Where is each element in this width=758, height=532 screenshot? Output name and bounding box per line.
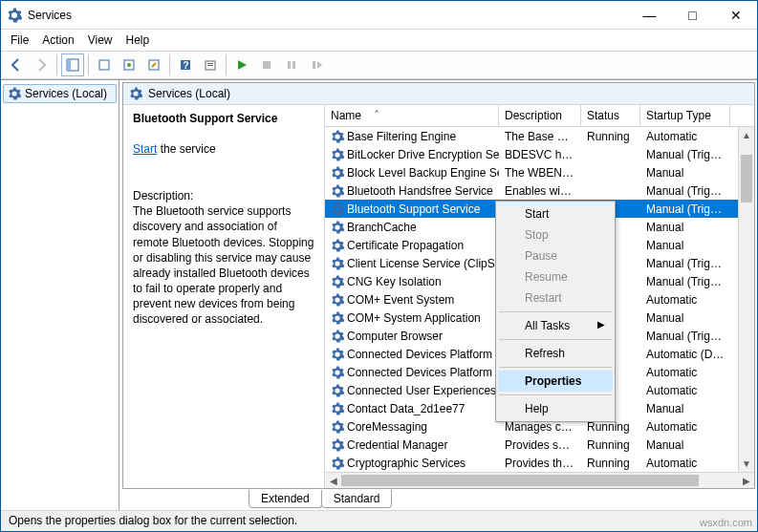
service-icon xyxy=(331,420,344,434)
ctx-all-tasks[interactable]: All Tasks▶ xyxy=(498,315,613,336)
refresh-button[interactable] xyxy=(118,53,141,76)
scroll-right-icon[interactable]: ▶ xyxy=(738,476,754,486)
service-icon xyxy=(331,366,344,379)
service-startup: Manual xyxy=(640,402,730,415)
column-name[interactable]: Name ˄ xyxy=(325,105,499,126)
start-link[interactable]: Start xyxy=(133,142,157,156)
list-item[interactable]: BitLocker Drive Encryption Se…BDESVC hos… xyxy=(325,145,754,163)
service-icon xyxy=(331,311,344,325)
svg-rect-14 xyxy=(313,61,315,69)
service-icon xyxy=(331,239,344,252)
service-startup: Manual xyxy=(640,239,730,252)
column-description[interactable]: Description xyxy=(499,105,581,126)
service-icon xyxy=(331,130,344,143)
service-desc: The WBENG… xyxy=(499,166,581,180)
service-startup: Manual xyxy=(640,438,730,452)
service-icon xyxy=(331,166,344,180)
service-icon xyxy=(331,330,344,343)
list-header: Name ˄ Description Status Startup Type xyxy=(325,105,754,127)
service-name: Connected Devices Platform xyxy=(347,348,492,361)
help-button[interactable]: ? xyxy=(174,53,197,76)
service-desc: BDESVC hos… xyxy=(499,148,581,161)
tab-extended[interactable]: Extended xyxy=(249,490,322,508)
service-startup: Manual (Trig… xyxy=(640,148,730,161)
selected-service-title: Bluetooth Support Service xyxy=(133,112,277,125)
stop-service-button[interactable] xyxy=(255,53,278,76)
svg-point-4 xyxy=(127,63,131,67)
service-startup: Manual (Trig… xyxy=(640,257,730,270)
titlebar: Services — □ ✕ xyxy=(1,1,757,30)
service-name: COM+ System Application xyxy=(347,311,481,325)
scrollbar-thumb[interactable] xyxy=(741,155,752,202)
scroll-down-icon[interactable]: ▼ xyxy=(739,456,754,472)
nav-services-local[interactable]: Services (Local) xyxy=(3,84,117,103)
service-name: BitLocker Drive Encryption Se… xyxy=(347,148,499,161)
service-startup: Automatic (D… xyxy=(640,348,730,361)
list-item[interactable]: Cryptographic ServicesProvides thr…Runni… xyxy=(325,454,754,472)
service-startup: Manual (Trig… xyxy=(640,275,730,288)
service-icon xyxy=(331,438,344,452)
list-item[interactable]: Bluetooth Handsfree ServiceEnables wir…M… xyxy=(325,181,754,200)
list-item[interactable]: Base Filtering EngineThe Base Fil…Runnin… xyxy=(325,127,754,145)
close-button[interactable]: ✕ xyxy=(714,1,757,29)
service-name: COM+ Event System xyxy=(347,293,454,307)
service-name: CoreMessaging xyxy=(347,420,427,434)
service-name: Cryptographic Services xyxy=(347,457,466,470)
restart-service-button[interactable] xyxy=(305,53,328,76)
service-name: Client License Service (ClipSV xyxy=(347,257,499,270)
watermark: wsxdn.com xyxy=(700,517,752,528)
tab-standard[interactable]: Standard xyxy=(321,490,393,508)
service-startup: Manual (Trig… xyxy=(640,184,730,198)
show-hide-tree-button[interactable] xyxy=(61,53,84,76)
service-startup: Automatic xyxy=(640,420,730,434)
service-icon xyxy=(331,202,344,216)
service-name: Credential Manager xyxy=(347,438,447,452)
ctx-help[interactable]: Help xyxy=(498,398,613,419)
service-name: Contact Data_2d1ee77 xyxy=(347,402,465,415)
scrollbar-thumb-h[interactable] xyxy=(341,475,699,486)
pause-service-button[interactable] xyxy=(280,53,303,76)
properties-button[interactable] xyxy=(142,53,165,76)
service-desc: Provides se… xyxy=(499,438,581,452)
ctx-properties[interactable]: Properties xyxy=(498,371,613,392)
services-list: Name ˄ Description Status Startup Type B… xyxy=(324,105,754,488)
service-icon xyxy=(331,293,344,307)
status-text: Opens the properties dialog box for the … xyxy=(9,514,297,527)
svg-rect-10 xyxy=(207,65,213,66)
service-desc: Provides thr… xyxy=(499,457,581,470)
service-startup: Manual (Trig… xyxy=(640,202,730,216)
service-startup: Automatic xyxy=(640,457,730,470)
maximize-button[interactable]: □ xyxy=(671,1,714,29)
ctx-start[interactable]: Start xyxy=(498,203,613,224)
action-button[interactable] xyxy=(199,53,222,76)
svg-rect-9 xyxy=(207,63,213,64)
scroll-left-icon[interactable]: ◀ xyxy=(325,476,341,486)
list-item[interactable]: Block Level Backup Engine Se…The WBENG…M… xyxy=(325,163,754,181)
detail-pane: Bluetooth Support Service Start the serv… xyxy=(123,105,324,488)
menu-file[interactable]: File xyxy=(11,33,29,47)
svg-text:?: ? xyxy=(184,60,189,71)
service-icon xyxy=(331,221,344,234)
export-button[interactable] xyxy=(93,53,116,76)
back-button[interactable] xyxy=(5,53,28,76)
description-label: Description: xyxy=(133,189,193,202)
description-text: The Bluetooth service supports discovery… xyxy=(133,204,314,326)
service-icon xyxy=(331,402,344,415)
menu-action[interactable]: Action xyxy=(42,33,74,47)
services-icon xyxy=(129,87,142,100)
column-status[interactable]: Status xyxy=(581,105,640,126)
scroll-up-icon[interactable]: ▲ xyxy=(739,127,754,143)
ctx-refresh[interactable]: Refresh xyxy=(498,343,613,364)
minimize-button[interactable]: — xyxy=(628,1,671,29)
view-tabs: Extended Standard xyxy=(120,490,757,510)
menu-help[interactable]: Help xyxy=(126,33,150,47)
menu-view[interactable]: View xyxy=(88,33,113,47)
service-startup: Automatic xyxy=(640,384,730,397)
horizontal-scrollbar[interactable]: ◀ ▶ xyxy=(325,472,754,488)
vertical-scrollbar[interactable]: ▲ ▼ xyxy=(738,127,754,472)
start-service-button[interactable] xyxy=(230,53,253,76)
list-item[interactable]: Credential ManagerProvides se…RunningMan… xyxy=(325,436,754,454)
forward-button[interactable] xyxy=(30,53,53,76)
service-name: Bluetooth Support Service xyxy=(347,202,480,216)
column-startup[interactable]: Startup Type xyxy=(640,105,730,126)
